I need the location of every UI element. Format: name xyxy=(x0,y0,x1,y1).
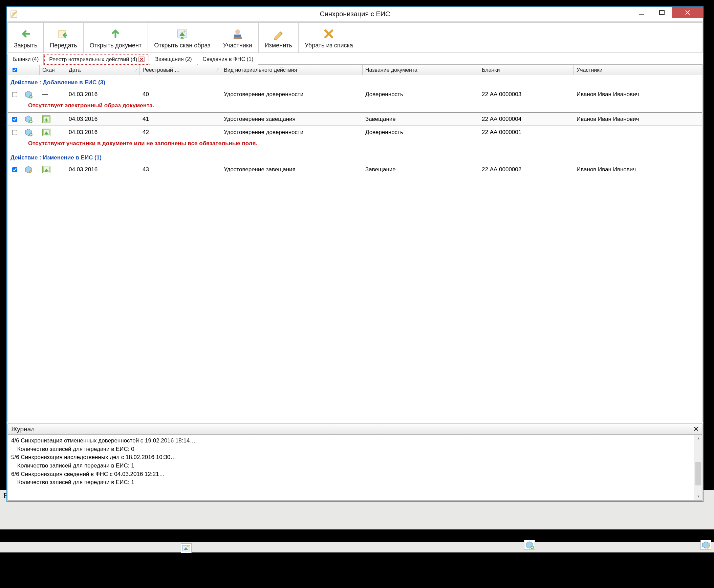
maximize-button[interactable] xyxy=(652,7,672,18)
remove-icon xyxy=(321,26,336,41)
tool-label: Убрать из списка xyxy=(305,42,353,49)
scroll-up-icon[interactable]: ▴ xyxy=(694,435,702,442)
row-blank: 22 АА 0000004 xyxy=(479,113,574,126)
tool-label: Открыть документ xyxy=(90,42,142,49)
header-date[interactable]: Дата⁄ xyxy=(66,65,140,75)
header-type[interactable]: Вид нотариального действия xyxy=(221,65,362,75)
window-title: Синхронизация с ЕИС xyxy=(7,10,703,18)
header-scan[interactable]: Скан xyxy=(40,65,66,75)
row-reg: 40 xyxy=(140,88,221,101)
table-row[interactable]: 04.03.201642Удостоверение доверенностиДо… xyxy=(8,126,702,139)
journal-line: 4/6 Синхронизация отмененных доверенност… xyxy=(11,437,699,445)
row-scan: — xyxy=(40,88,66,101)
row-doc: Завещание xyxy=(362,163,479,176)
journal-close-button[interactable]: ✕ xyxy=(693,425,699,433)
row-kind-icon xyxy=(21,88,40,101)
tool-label: Открыть скан образ xyxy=(154,42,210,49)
row-scan xyxy=(40,163,66,176)
row-part: Иванов Иван Иванович xyxy=(574,113,702,126)
header-select-all[interactable] xyxy=(8,65,21,75)
tab-fns[interactable]: Сведения в ФНС (1) xyxy=(198,54,259,65)
group-header[interactable]: Действие : Изменение в ЕИС (1) xyxy=(8,150,702,163)
row-checkbox[interactable] xyxy=(8,126,21,139)
tool-label: Участники xyxy=(223,42,252,49)
row-checkbox[interactable] xyxy=(8,88,21,101)
sort-indicator: ⁄ xyxy=(136,68,137,72)
header-icon[interactable] xyxy=(21,65,40,75)
open-scan-icon xyxy=(175,26,190,41)
scan-image-icon xyxy=(181,543,192,553)
header-doc[interactable]: Название документа xyxy=(362,65,479,75)
members-icon xyxy=(230,26,245,41)
titlebar[interactable]: Синхронизация с ЕИС xyxy=(7,7,703,22)
tool-label: Передать xyxy=(50,42,77,49)
send-button[interactable]: Передать xyxy=(44,23,83,52)
row-part: Иванов Иван Ивнович xyxy=(574,163,702,176)
journal-header[interactable]: Журнал ✕ xyxy=(8,424,702,435)
row-scan xyxy=(40,113,66,126)
row-part xyxy=(574,126,702,139)
row-date: 04.03.2016 xyxy=(66,163,140,176)
table-row[interactable]: 04.03.201641Удостоверение завещанияЗавещ… xyxy=(8,112,702,126)
scan-present-icon xyxy=(42,115,50,123)
scroll-thumb[interactable] xyxy=(695,462,701,485)
row-date: 04.03.2016 xyxy=(66,88,140,101)
scroll-down-icon[interactable]: ▾ xyxy=(694,493,702,500)
table-row[interactable]: —04.03.201640Удостоверение доверенностиД… xyxy=(8,88,702,101)
svg-point-13 xyxy=(235,29,240,34)
row-type: Удостоверение завещания xyxy=(221,113,362,126)
tab-label: Завещания (2) xyxy=(155,56,192,62)
scan-present-icon xyxy=(42,166,50,173)
row-date: 04.03.2016 xyxy=(66,113,140,126)
cube-add-icon xyxy=(524,540,535,550)
minimize-button[interactable] xyxy=(631,7,652,18)
close-button[interactable]: Закрыть xyxy=(8,23,44,52)
header-reg[interactable]: Реестровый …⁄ xyxy=(140,65,221,75)
tab-label: Бланки (4) xyxy=(13,56,39,62)
tab-strip: Бланки (4)Реестр нотариальных действий (… xyxy=(7,54,702,65)
header-part[interactable]: Участники xyxy=(574,65,702,75)
row-date: 04.03.2016 xyxy=(66,126,140,139)
svg-rect-15 xyxy=(234,37,242,39)
journal-body[interactable]: 4/6 Синхронизация отмененных доверенност… xyxy=(8,435,702,500)
row-error-text: Отсутствуют участники в документе или не… xyxy=(8,139,702,150)
edit-button[interactable]: Изменить xyxy=(259,23,299,52)
row-type: Удостоверение доверенности xyxy=(221,126,362,139)
row-reg: 41 xyxy=(140,113,221,126)
open-scan-button[interactable]: Открыть скан образ xyxy=(148,23,217,52)
tab-marker-icon xyxy=(139,57,145,62)
members-button[interactable]: Участники xyxy=(217,23,259,52)
row-kind-icon xyxy=(21,126,40,139)
open-doc-button[interactable]: Открыть документ xyxy=(84,23,148,52)
tab-wills[interactable]: Завещания (2) xyxy=(150,54,197,65)
remove-button[interactable]: Убрать из списка xyxy=(299,23,359,52)
scan-present-icon xyxy=(42,129,50,136)
journal-line: 5/6 Синхронизация наследственных дел с 1… xyxy=(11,453,699,462)
grid-area: Скан Дата⁄ Реестровый …⁄ Вид нотариально… xyxy=(7,65,702,422)
tab-blanks[interactable]: Бланки (4) xyxy=(7,54,44,65)
tab-registry[interactable]: Реестр нотариальных действий (4) xyxy=(44,54,149,65)
journal-line: Количество записей для передачи в ЕИС: 1 xyxy=(11,478,699,487)
app-icon xyxy=(7,7,22,22)
send-icon xyxy=(56,26,71,41)
row-checkbox[interactable] xyxy=(8,163,21,176)
sync-window: Синхронизация с ЕИС ЗакрытьПередатьОткры… xyxy=(6,6,704,502)
journal-line: 6/6 Синхронизация сведений в ФНС с 04.03… xyxy=(11,470,699,479)
close-icon xyxy=(18,26,33,41)
journal-scrollbar[interactable]: ▴ ▾ xyxy=(694,435,702,500)
tab-label: Реестр нотариальных действий (4) xyxy=(49,57,137,62)
open-doc-icon xyxy=(108,26,123,41)
background-doc-inline-icon xyxy=(0,542,714,552)
table-row[interactable]: 04.03.201643Удостоверение завещанияЗавещ… xyxy=(8,163,702,176)
row-doc: Завещание xyxy=(362,113,479,126)
window-close-button[interactable] xyxy=(672,7,703,18)
row-checkbox[interactable] xyxy=(8,113,21,126)
group-header[interactable]: Действие : Добавление в ЕИС (3) xyxy=(8,75,702,88)
svg-rect-8 xyxy=(659,10,664,15)
row-type: Удостоверение завещания xyxy=(221,163,362,176)
journal-panel: Журнал ✕ 4/6 Синхронизация отмененных до… xyxy=(7,423,702,501)
header-blank[interactable]: Бланки xyxy=(479,65,574,75)
journal-line: Количество записей для передачи в ЕИС: 0 xyxy=(11,445,699,454)
row-blank: 22 АА 0000003 xyxy=(479,88,574,101)
grid-body[interactable]: Действие : Добавление в ЕИС (3)—04.03.20… xyxy=(8,75,702,422)
